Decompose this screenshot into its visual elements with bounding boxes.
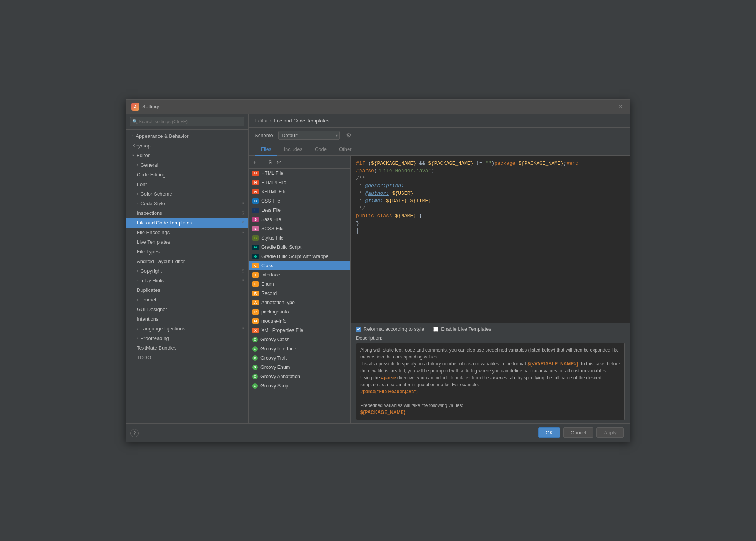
expand-arrow-copyright (137, 269, 138, 273)
sidebar-item-editor[interactable]: Editor (126, 151, 248, 160)
scheme-select-wrap: Default Project ▾ (278, 131, 340, 140)
scheme-select[interactable]: Default Project (278, 131, 340, 140)
list-item[interactable]: X XML Properties File (249, 326, 350, 335)
sidebar-item-proofreading[interactable]: Proofreading (126, 333, 248, 343)
sidebar-item-label: General (140, 162, 158, 168)
sidebar-item-general[interactable]: General (126, 160, 248, 170)
sidebar-item-label: Code Style (140, 201, 165, 206)
breadcrumb-current: File and Code Templates (274, 118, 329, 124)
sidebar-item-copyright[interactable]: Copyright ⎘ (126, 266, 248, 276)
list-item[interactable]: G Groovy Interface (249, 344, 350, 353)
sidebar-item-font[interactable]: Font (126, 179, 248, 189)
list-item[interactable]: G Groovy Trait (249, 353, 350, 363)
code-editor[interactable]: #if (${PACKAGE_NAME} && ${PACKAGE_NAME} … (351, 156, 630, 323)
file-toolbar: + − ⎘ ↩ (249, 156, 350, 169)
sidebar-item-inlay-hints[interactable]: Inlay Hints ⎘ (126, 276, 248, 285)
list-item-class[interactable]: C Class (249, 261, 350, 270)
sidebar-item-duplicates[interactable]: Duplicates (126, 285, 248, 295)
sidebar-item-emmet[interactable]: Emmet (126, 295, 248, 305)
list-item[interactable]: M module-info (249, 317, 350, 326)
list-item[interactable]: G Gradle Build Script with wrappe (249, 252, 350, 261)
file-item-label: Sass File (261, 217, 281, 222)
search-input[interactable] (130, 117, 244, 126)
search-icon: 🔍 (132, 119, 138, 124)
description-box: Along with static text, code and comment… (356, 343, 625, 420)
file-item-label: Enum (261, 281, 274, 287)
list-item[interactable]: A AnnotationType (249, 298, 350, 307)
list-item[interactable]: G Groovy Annotation (249, 372, 350, 381)
gear-button[interactable]: ⚙ (344, 131, 354, 140)
sidebar-item-code-editing[interactable]: Code Editing (126, 170, 248, 179)
list-item[interactable]: E Enum (249, 280, 350, 289)
sidebar-item-label: Keymap (132, 143, 151, 149)
list-item[interactable]: P package-info (249, 307, 350, 317)
sidebar-item-file-types[interactable]: File Types (126, 247, 248, 256)
sidebar-item-language-injections[interactable]: Language Injections ⎘ (126, 324, 248, 333)
sidebar-item-color-scheme[interactable]: Color Scheme (126, 189, 248, 199)
groovy-enum-icon: G (252, 365, 258, 370)
code-line-9: } (356, 220, 625, 228)
list-item[interactable]: C CSS File (249, 196, 350, 206)
ok-button[interactable]: OK (538, 427, 560, 438)
tab-other[interactable]: Other (333, 143, 358, 156)
live-templates-label: Enable Live Templates (441, 326, 491, 332)
code-line-8: public class ${NAME} { (356, 212, 625, 220)
reset-template-button[interactable]: ↩ (275, 158, 282, 166)
help-button[interactable]: ? (130, 429, 139, 437)
editor-bottom: Reformat according to style Enable Live … (351, 323, 630, 423)
list-item[interactable]: G Groovy Script (249, 381, 350, 390)
list-item[interactable]: G Gradle Build Script (249, 243, 350, 252)
tab-code[interactable]: Code (309, 143, 333, 156)
checkboxes-row: Reformat according to style Enable Live … (356, 326, 625, 332)
list-item[interactable]: G Groovy Enum (249, 363, 350, 372)
add-template-button[interactable]: + (252, 158, 258, 166)
stylus-icon: S (252, 235, 259, 241)
expand-arrow-appearance (132, 134, 133, 138)
copy-template-button[interactable]: ⎘ (267, 158, 273, 166)
list-item[interactable]: H HTML File (249, 169, 350, 178)
sidebar-item-inspections[interactable]: Inspections ⎘ (126, 208, 248, 218)
code-line-5: * @author: ${USER} (356, 190, 625, 198)
live-templates-checkbox[interactable] (433, 327, 438, 332)
list-item[interactable]: S Stylus File (249, 233, 350, 243)
settings-dialog: J Settings × 🔍 Appearance & Behavior (126, 99, 630, 442)
sidebar-item-file-code-templates[interactable]: File and Code Templates ⎘ (126, 218, 248, 228)
list-item[interactable]: L Less File (249, 206, 350, 215)
cancel-button[interactable]: Cancel (563, 427, 593, 438)
sidebar-item-todo[interactable]: TODO (126, 353, 248, 362)
close-button[interactable]: × (618, 104, 625, 110)
reformat-checkbox-label[interactable]: Reformat according to style (356, 326, 424, 332)
sidebar-item-label: Proofreading (140, 335, 169, 341)
sidebar-item-label: TODO (137, 355, 151, 360)
list-item[interactable]: G Groovy Class (249, 335, 350, 344)
apply-button[interactable]: Apply (596, 427, 624, 438)
list-item[interactable]: I Interface (249, 270, 350, 280)
sidebar-item-gui-designer[interactable]: GUI Designer (126, 305, 248, 314)
sidebar-item-appearance[interactable]: Appearance & Behavior (126, 131, 248, 141)
list-item[interactable]: S Sass File (249, 215, 350, 224)
sidebar-item-code-style[interactable]: Code Style ⎘ (126, 199, 248, 208)
css-icon: C (252, 198, 259, 204)
list-item[interactable]: S SCSS File (249, 224, 350, 233)
sidebar-item-keymap[interactable]: Keymap (126, 141, 248, 151)
list-item[interactable]: H XHTML File (249, 187, 350, 196)
file-item-label: package-info (261, 309, 289, 315)
reformat-checkbox[interactable] (356, 327, 361, 332)
tab-includes[interactable]: Includes (277, 143, 308, 156)
tab-files[interactable]: Files (255, 143, 277, 156)
remove-template-button[interactable]: − (259, 158, 265, 166)
code-line-6: * @time: ${DATE} ${TIME} (356, 197, 625, 205)
sidebar-item-intentions[interactable]: Intentions (126, 314, 248, 324)
copy-icon-lang: ⎘ (242, 326, 244, 331)
xml-icon: X (252, 328, 259, 333)
sidebar-item-textmate[interactable]: TextMate Bundles (126, 343, 248, 353)
sidebar-item-live-templates[interactable]: Live Templates (126, 237, 248, 247)
file-item-label: Groovy Script (260, 383, 290, 389)
list-item[interactable]: R Record (249, 289, 350, 298)
live-templates-checkbox-label[interactable]: Enable Live Templates (433, 326, 491, 332)
list-item[interactable]: H HTML4 File (249, 178, 350, 187)
expand-arrow-color (137, 192, 138, 196)
sidebar-item-label: Inlay Hints (140, 278, 164, 283)
sidebar-item-android-layout[interactable]: Android Layout Editor (126, 256, 248, 266)
sidebar-item-file-encodings[interactable]: File Encodings ⎘ (126, 228, 248, 237)
